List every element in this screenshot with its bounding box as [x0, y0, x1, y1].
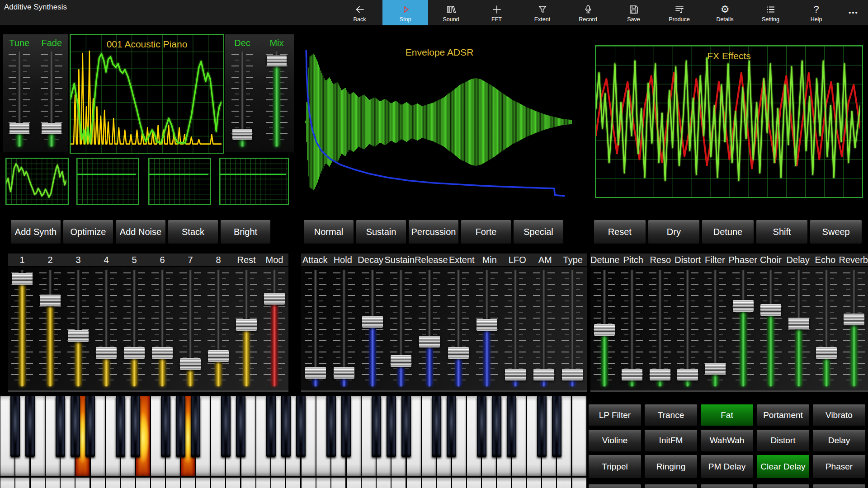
toolbar-setting-button[interactable]: Setting [748, 0, 793, 25]
white-key[interactable] [151, 478, 165, 488]
toolbar-back-button[interactable]: Back [337, 0, 382, 25]
white-key[interactable] [121, 478, 135, 488]
white-key[interactable] [241, 478, 255, 488]
white-key[interactable] [542, 478, 556, 488]
slider-lfo[interactable]: LFO [501, 267, 529, 390]
slider-3[interactable]: 3 [64, 267, 92, 390]
effect-preset-button[interactable] [701, 484, 753, 488]
slider-6[interactable]: 6 [148, 267, 176, 390]
black-key[interactable] [341, 396, 351, 457]
slider-thumb[interactable] [68, 330, 89, 342]
toolbar-produce-button[interactable]: Produce [656, 0, 702, 25]
slider-distort[interactable]: Distort [674, 267, 701, 390]
black-key[interactable] [71, 396, 80, 457]
white-key[interactable] [196, 478, 210, 488]
white-key[interactable] [392, 478, 406, 488]
white-key[interactable] [31, 478, 45, 488]
shift-button[interactable]: Shift [756, 220, 808, 244]
slider-am[interactable]: AM [530, 267, 558, 390]
white-key[interactable] [91, 478, 105, 488]
slider-7[interactable]: 7 [176, 267, 204, 390]
black-key[interactable] [447, 396, 456, 457]
slider-type[interactable]: Type [558, 267, 587, 390]
slider-thumb[interactable] [562, 369, 583, 380]
white-key[interactable] [316, 478, 330, 488]
black-key[interactable] [176, 396, 185, 457]
slider-min[interactable]: Min [472, 267, 501, 390]
slider-thumb[interactable] [12, 273, 33, 285]
slider-thumb[interactable] [40, 295, 61, 306]
white-key[interactable] [557, 478, 571, 488]
white-key[interactable] [347, 478, 361, 488]
slider-reso[interactable]: Reso [646, 267, 674, 390]
toolbar-sound-button[interactable]: Sound [428, 0, 474, 25]
toolbar-save-button[interactable]: Save [611, 0, 656, 25]
white-key[interactable] [286, 478, 300, 488]
black-key[interactable] [296, 396, 306, 457]
slider-thumb[interactable] [9, 123, 29, 134]
black-key[interactable] [492, 396, 501, 457]
slider-thumb[interactable] [533, 369, 554, 380]
slider-tune[interactable]: Tune [5, 49, 33, 151]
slider-filter[interactable]: Filter [702, 267, 729, 390]
slider-hold[interactable]: Hold [330, 267, 358, 390]
slider-dec[interactable]: Dec [228, 49, 256, 151]
trance-button[interactable]: Trance [645, 404, 697, 426]
slider-choir[interactable]: Choir [757, 267, 784, 390]
effect-preset-button[interactable] [645, 484, 697, 488]
black-key[interactable] [191, 396, 200, 457]
white-key[interactable] [572, 478, 586, 488]
slider-thumb[interactable] [419, 336, 440, 347]
black-key[interactable] [10, 396, 20, 457]
violine-button[interactable]: Violine [589, 430, 641, 451]
slider-fade[interactable]: Fade [38, 49, 66, 151]
slider-thumb[interactable] [448, 347, 469, 359]
ringing-button[interactable]: Ringing [645, 455, 697, 478]
black-key[interactable] [537, 396, 547, 457]
phaser-button[interactable]: Phaser [813, 455, 865, 478]
slider-thumb[interactable] [391, 355, 411, 367]
slider-5[interactable]: 5 [120, 267, 148, 390]
black-key[interactable] [56, 396, 65, 457]
slider-detune[interactable]: Detune [590, 267, 618, 390]
black-key[interactable] [326, 396, 336, 457]
initfm-button[interactable]: InitFM [645, 430, 697, 451]
slider-extent[interactable]: Extent [444, 267, 472, 390]
sweep-button[interactable]: Sweep [810, 220, 862, 244]
slider-attack[interactable]: Attack [301, 267, 330, 390]
vibrato-button[interactable]: Vibrato [813, 404, 865, 426]
slider-thumb[interactable] [594, 324, 615, 336]
slider-thumb[interactable] [677, 369, 698, 380]
black-key[interactable] [281, 396, 291, 457]
optimize-button[interactable]: Optimize [63, 220, 113, 244]
toolbar-stop-button[interactable]: Stop [382, 0, 428, 25]
add-synth-button[interactable]: Add Synth [11, 220, 61, 244]
black-key[interactable] [116, 396, 125, 457]
slider-mix[interactable]: Mix [263, 49, 291, 151]
white-key[interactable] [61, 478, 75, 488]
slider-phaser[interactable]: Phaser [729, 267, 757, 390]
white-key[interactable] [0, 478, 14, 488]
slider-thumb[interactable] [232, 129, 252, 140]
slider-thumb[interactable] [42, 123, 61, 134]
white-key[interactable] [75, 478, 90, 488]
special-button[interactable]: Special [514, 220, 563, 244]
bright-button[interactable]: Bright [221, 220, 270, 244]
black-key[interactable] [387, 396, 396, 457]
slider-1[interactable]: 1 [8, 267, 36, 390]
black-key[interactable] [372, 396, 381, 457]
slider-2[interactable]: 2 [36, 267, 64, 390]
white-key[interactable] [362, 478, 376, 488]
black-key[interactable] [25, 396, 35, 457]
black-key[interactable] [401, 396, 411, 457]
toolbar-more-button[interactable]: ••• [839, 0, 868, 25]
slider-delay[interactable]: Delay [785, 267, 812, 390]
slider-thumb[interactable] [705, 363, 726, 375]
toolbar-details-button[interactable]: ⚙Details [702, 0, 748, 25]
white-key[interactable] [452, 478, 466, 488]
normal-button[interactable]: Normal [304, 220, 354, 244]
slider-rest[interactable]: Rest [232, 267, 260, 390]
slider-pitch[interactable]: Pitch [618, 267, 646, 390]
slider-thumb[interactable] [267, 56, 287, 66]
white-key[interactable] [407, 478, 421, 488]
